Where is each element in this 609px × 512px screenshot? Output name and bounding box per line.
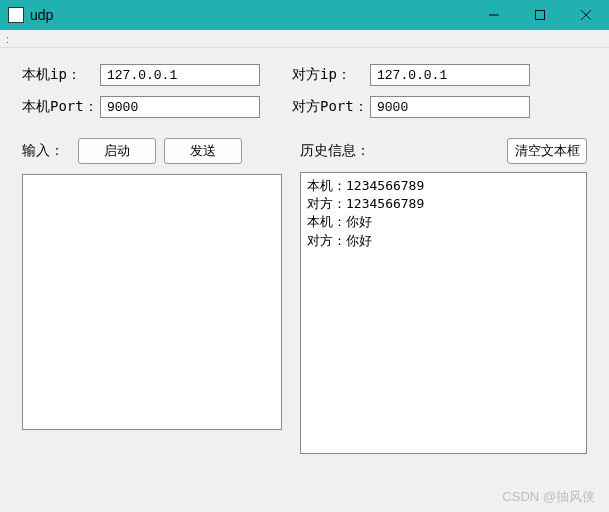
remote-ip-input[interactable] (370, 64, 530, 86)
close-button[interactable] (563, 0, 609, 30)
local-port-input[interactable] (100, 96, 260, 118)
input-label: 输入： (22, 142, 70, 160)
local-ip-input[interactable] (100, 64, 260, 86)
history-header: 历史信息： 清空文本框 (300, 138, 587, 164)
watermark: CSDN @抽风侠 (502, 488, 595, 506)
history-textarea[interactable] (300, 172, 587, 454)
history-label: 历史信息： (300, 142, 370, 160)
remote-ip-label: 对方ip： (292, 66, 370, 84)
port-row: 本机Port： 对方Port： (22, 96, 587, 118)
client-area: 本机ip： 对方ip： 本机Port： 对方Port： 输入： 启动 发送 (0, 48, 609, 512)
local-port-label: 本机Port： (22, 98, 100, 116)
maximize-button[interactable] (517, 0, 563, 30)
close-icon (581, 10, 591, 20)
ip-row: 本机ip： 对方ip： (22, 64, 587, 86)
window-title: udp (30, 7, 471, 23)
send-button[interactable]: 发送 (164, 138, 242, 164)
menu-hint: : (6, 33, 9, 45)
local-ip-label: 本机ip： (22, 66, 100, 84)
window-controls (471, 0, 609, 30)
clear-button[interactable]: 清空文本框 (507, 138, 587, 164)
maximize-icon (535, 10, 545, 20)
remote-port-input[interactable] (370, 96, 530, 118)
menubar: : (0, 30, 609, 48)
app-icon (8, 7, 24, 23)
titlebar: udp (0, 0, 609, 30)
minimize-icon (489, 10, 499, 20)
mid-section: 输入： 启动 发送 历史信息： 清空文本框 (22, 138, 587, 457)
minimize-button[interactable] (471, 0, 517, 30)
input-textarea[interactable] (22, 174, 282, 430)
history-pane: 历史信息： 清空文本框 (300, 138, 587, 457)
input-pane: 输入： 启动 发送 (22, 138, 282, 457)
remote-port-label: 对方Port： (292, 98, 370, 116)
start-button[interactable]: 启动 (78, 138, 156, 164)
input-controls-row: 输入： 启动 发送 (22, 138, 282, 164)
svg-rect-1 (536, 11, 545, 20)
